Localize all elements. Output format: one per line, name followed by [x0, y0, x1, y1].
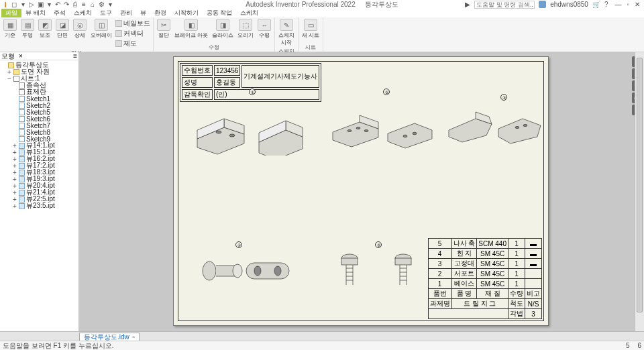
tree-sketch[interactable]: Sketch7 — [1, 122, 77, 129]
user-name[interactable]: ehdwns0850 — [550, 1, 588, 8]
tree-sketch[interactable]: Sketch1 — [1, 95, 77, 102]
tree-node-icon — [19, 190, 25, 196]
doc-title: 등각투상도 — [365, 0, 398, 9]
svg-point-21 — [203, 261, 216, 280]
tree-node-icon — [19, 96, 25, 102]
overlay-view-button[interactable]: ◫오버레이 — [89, 18, 113, 49]
drawing-canvas[interactable]: 수험번호123456기계설계기사제도기능사 성명홍길동 감독확인(인) ① ② … — [79, 52, 644, 331]
tab-sketch2[interactable]: 스케치 — [236, 9, 262, 17]
quick-access-toolbar: I ◻ ▾ ▷ ▣ ▾ ↶ ↷ ⎙ ≡ ⌂ ⚙ ▾ Autodesk Inven… — [0, 0, 644, 9]
title-right: ▶ ehdwns0850 🛒 ? — ▫ ✕ — [465, 1, 643, 9]
view-part-4[interactable] — [191, 251, 298, 291]
tree-sketch[interactable]: Sketch6 — [1, 115, 77, 122]
qat-btn-icon[interactable]: ⚙ — [97, 1, 105, 9]
dd-icon[interactable]: ▾ — [45, 1, 53, 9]
tree-node-icon — [19, 196, 25, 202]
help-search-input[interactable] — [474, 1, 535, 9]
tab-annotate[interactable]: 주석 — [50, 9, 70, 17]
ribbon-group-create: ▦기준 ▤투영 ◩보조 ◪단면 ◎상세 ◫오버레이 네일보드 커넥터 제도 작성 — [0, 17, 154, 52]
bom-row: 2서포트SM 45C1 — [428, 269, 541, 279]
tree-node-icon — [19, 103, 25, 109]
new-icon[interactable]: ◻ — [10, 1, 18, 9]
browser-tab[interactable]: 모형 — [1, 52, 15, 61]
help-icon[interactable]: ? — [604, 1, 608, 8]
crop-icon: ⬚ — [239, 19, 252, 31]
tree-twisty-icon[interactable]: + — [12, 202, 17, 210]
slice-button[interactable]: ◨슬라이스 — [211, 18, 235, 43]
view-part-3[interactable] — [443, 102, 544, 149]
tree-node-icon — [8, 62, 14, 68]
undo-icon[interactable]: ↶ — [54, 1, 62, 9]
sheet-icon: ▭ — [304, 19, 317, 31]
nailboard-button[interactable]: 네일보드 — [115, 19, 150, 28]
tree-twisty-icon[interactable]: − — [7, 75, 12, 82]
tab-collab[interactable]: 공동 작업 — [203, 9, 237, 17]
bom-header: 품번품 명재 질수량비고 — [428, 289, 541, 299]
tab-manage[interactable]: 관리 — [116, 9, 136, 17]
cart-icon[interactable]: 🛒 — [592, 1, 600, 8]
close-button[interactable]: ✕ — [635, 1, 640, 8]
iso-part-1-icon — [185, 102, 306, 156]
browser-menu-icon[interactable]: ≡ — [73, 52, 77, 60]
qat-btn-icon[interactable]: ≡ — [80, 1, 88, 9]
close-tab-icon[interactable]: × — [132, 334, 136, 340]
model-browser: 모형 × ≡ 등각투상도+도면 자원−시트:1종속선표제란Sketch1Sket… — [0, 52, 79, 331]
connector-button[interactable]: 커넥터 — [115, 29, 150, 38]
browser-close-icon[interactable]: × — [19, 52, 23, 60]
tab-view-place[interactable]: 뷰 배치 — [21, 9, 50, 17]
sheet-border: 수험번호123456기계설계기사제도기능사 성명홍길동 감독확인(인) ① ② … — [178, 61, 544, 321]
tree-sketch[interactable]: Sketch8 — [1, 129, 77, 135]
dd-icon[interactable]: ▾ — [19, 1, 27, 9]
browser-tree[interactable]: 등각투상도+도면 자원−시트:1종속선표제란Sketch1Sketch2Sket… — [0, 60, 78, 331]
document-tab[interactable]: 등각투상도.idw × — [79, 333, 140, 341]
tree-sketch[interactable]: Sketch5 — [1, 109, 77, 115]
view-part-5[interactable] — [329, 248, 437, 292]
view-part-1[interactable] — [185, 102, 306, 156]
view-part-2[interactable] — [326, 105, 433, 152]
cut-button[interactable]: ✂절단 — [156, 18, 172, 43]
tab-env[interactable]: 환경 — [150, 9, 170, 17]
tab-view[interactable]: 뷰 — [136, 9, 150, 17]
aux-view-icon: ◩ — [38, 19, 52, 31]
maximize-button[interactable]: ▫ — [627, 1, 629, 8]
drawing-sheet: 수험번호123456기계설계기사제도기능사 성명홍길동 감독확인(인) ① ② … — [173, 56, 549, 326]
conn-icon — [115, 30, 122, 37]
tab-tools[interactable]: 도구 — [96, 9, 116, 17]
detail-view-button[interactable]: ◎상세 — [72, 18, 88, 49]
tab-file[interactable]: 파일 — [1, 9, 21, 17]
start-sketch-button[interactable]: ✎스케치 시작 — [277, 18, 296, 47]
tree-part[interactable]: +뷰23:5.ipt — [1, 202, 77, 209]
tree-titleblock[interactable]: 표제란 — [1, 89, 77, 95]
print-icon[interactable]: ⎙ — [71, 1, 79, 9]
status-b: 6 — [637, 342, 641, 349]
tab-sketch[interactable]: 스케치 — [70, 9, 96, 17]
base-view-button[interactable]: ▦기준 — [2, 18, 18, 49]
base-view-icon: ▦ — [3, 19, 17, 31]
open-icon[interactable]: ▷ — [28, 1, 36, 9]
tree-sketch[interactable]: Sketch2 — [1, 102, 77, 109]
iso-part-5-icon — [329, 248, 437, 292]
hpos-button[interactable]: ↔수평 — [256, 18, 272, 43]
redo-icon[interactable]: ↷ — [62, 1, 70, 9]
dd-icon[interactable]: ▾ — [106, 1, 114, 9]
new-sheet-button[interactable]: ▭새 시트 — [301, 18, 321, 43]
qat-btn-icon[interactable]: ⌂ — [89, 1, 97, 9]
svg-point-23 — [254, 266, 261, 276]
save-icon[interactable]: ▣ — [36, 1, 44, 9]
vertical-scrollbar[interactable] — [635, 52, 644, 331]
balloon-3: ③ — [500, 94, 507, 101]
scroll-thumb[interactable] — [637, 58, 643, 312]
svg-point-4 — [229, 134, 235, 137]
projected-view-button[interactable]: ▤투영 — [19, 18, 36, 49]
crop-button[interactable]: ⬚오리기 — [236, 18, 255, 43]
section-view-button[interactable]: ◪단면 — [54, 18, 70, 49]
draft-button[interactable]: 제도 — [115, 39, 150, 48]
nail-icon — [115, 20, 122, 27]
tab-start[interactable]: 시작하기 — [170, 9, 203, 17]
balloon-2: ② — [383, 89, 390, 95]
bom-row: 5나사 축SCM 4401▬ — [428, 239, 541, 249]
breakout-button[interactable]: ◧브레이크 아웃 — [173, 18, 209, 43]
minimize-button[interactable]: — — [614, 1, 621, 8]
tree-node-icon — [19, 143, 25, 149]
aux-view-button[interactable]: ◩보조 — [37, 18, 53, 49]
